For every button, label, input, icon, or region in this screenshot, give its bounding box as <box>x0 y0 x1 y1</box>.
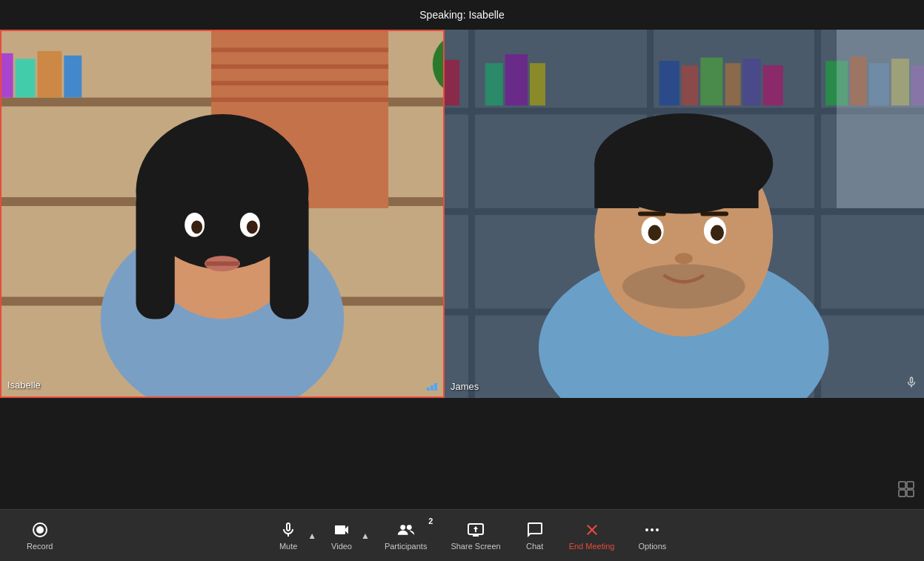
svg-rect-17 <box>211 81 388 85</box>
mute-label: Mute <box>279 542 297 551</box>
james-label: James <box>451 381 479 392</box>
layout-toggle-button[interactable] <box>897 480 915 500</box>
share-screen-icon <box>467 521 485 539</box>
svg-rect-48 <box>530 63 545 105</box>
svg-rect-54 <box>763 65 783 105</box>
options-label: Options <box>638 542 666 551</box>
chat-label: Chat <box>526 542 543 551</box>
svg-rect-50 <box>682 65 699 105</box>
svg-rect-8 <box>1 53 13 98</box>
svg-point-68 <box>622 264 745 308</box>
svg-rect-61 <box>837 30 924 208</box>
mute-button[interactable]: Mute <box>266 515 310 557</box>
toolbar-center: Mute ▲ Video ▲ 2 Partic <box>266 515 678 557</box>
video-row: Isabelle <box>0 30 924 398</box>
svg-rect-11 <box>64 56 82 98</box>
svg-rect-67 <box>714 164 758 208</box>
svg-rect-15 <box>211 47 388 52</box>
video-button[interactable]: Video <box>319 515 364 557</box>
svg-marker-85 <box>473 526 478 532</box>
svg-point-72 <box>711 225 724 241</box>
isabelle-video-bg <box>1 31 443 396</box>
isabelle-label: Isabelle <box>7 379 41 391</box>
toolbar: Record Mute ▲ Video ▲ 2 <box>0 509 924 561</box>
record-icon <box>31 521 49 539</box>
svg-point-83 <box>406 525 411 530</box>
svg-rect-18 <box>211 98 388 102</box>
chat-button[interactable]: Chat <box>513 515 557 557</box>
svg-rect-73 <box>638 211 666 216</box>
svg-rect-49 <box>659 61 679 105</box>
svg-rect-24 <box>270 186 308 319</box>
svg-point-71 <box>648 225 662 241</box>
svg-point-86 <box>645 528 648 531</box>
share-screen-label: Share Screen <box>451 542 500 551</box>
svg-rect-36 <box>468 30 475 398</box>
svg-rect-51 <box>700 58 722 106</box>
svg-point-87 <box>651 528 654 531</box>
svg-point-88 <box>656 528 659 531</box>
mute-icon <box>279 521 297 539</box>
toolbar-left: Record <box>15 515 64 557</box>
participants-icon <box>397 521 415 539</box>
svg-point-28 <box>247 220 258 233</box>
video-label: Video <box>331 542 352 551</box>
svg-rect-46 <box>485 63 503 105</box>
record-label: Record <box>27 542 53 551</box>
svg-rect-74 <box>700 211 728 216</box>
svg-rect-9 <box>16 59 36 97</box>
svg-rect-66 <box>594 164 639 208</box>
record-button[interactable]: Record <box>15 515 64 557</box>
svg-rect-78 <box>899 490 905 497</box>
speaking-indicator: Speaking: Isabelle <box>419 9 504 21</box>
svg-point-27 <box>191 220 202 233</box>
options-icon <box>643 521 661 539</box>
svg-rect-23 <box>136 186 174 319</box>
svg-rect-79 <box>907 490 914 497</box>
svg-rect-16 <box>211 64 388 69</box>
isabelle-signal <box>427 383 437 391</box>
svg-rect-45 <box>445 60 459 106</box>
video-spacer <box>0 398 924 509</box>
end-meeting-icon <box>583 521 601 539</box>
end-meeting-button[interactable]: End Meeting <box>557 515 627 557</box>
signal-bars-icon <box>427 383 437 391</box>
svg-rect-47 <box>505 54 528 105</box>
svg-rect-76 <box>899 482 905 488</box>
video-isabelle: Isabelle <box>0 30 445 398</box>
svg-rect-10 <box>38 51 62 98</box>
svg-point-82 <box>400 525 405 530</box>
james-video-bg <box>445 30 924 398</box>
options-button[interactable]: Options <box>626 515 678 557</box>
end-meeting-label: End Meeting <box>569 542 615 551</box>
video-area: Isabelle <box>0 30 924 509</box>
svg-point-75 <box>675 253 693 264</box>
james-scene <box>445 30 924 398</box>
svg-rect-52 <box>725 63 740 105</box>
chat-icon <box>526 521 544 539</box>
isabelle-scene <box>1 31 443 396</box>
video-james: James <box>445 30 924 398</box>
top-bar: Speaking: Isabelle <box>0 0 924 30</box>
svg-point-81 <box>36 526 44 534</box>
svg-rect-77 <box>907 482 914 488</box>
svg-rect-53 <box>743 59 761 105</box>
participants-button[interactable]: 2 Participants <box>373 515 439 557</box>
video-icon <box>333 521 350 539</box>
share-screen-button[interactable]: Share Screen <box>439 515 512 557</box>
svg-rect-30 <box>206 262 239 266</box>
james-mic-icon <box>905 376 918 392</box>
participant-count-badge: 2 <box>428 517 433 525</box>
participants-label: Participants <box>385 542 427 551</box>
